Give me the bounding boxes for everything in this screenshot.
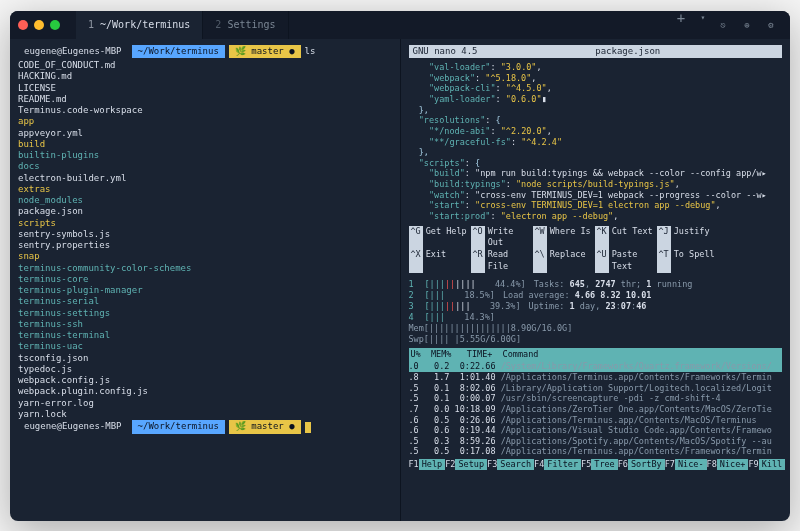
- window-actions: ⎋ ⊕ ⚙: [716, 18, 782, 32]
- nano-shortcut: ^RRead File: [471, 249, 533, 273]
- fkey: F3Search: [487, 459, 534, 470]
- nano-shortcut: ^GGet Help: [409, 226, 471, 250]
- serial-icon[interactable]: ⎋: [716, 18, 730, 32]
- process-row: .5 0.1 8:02.06 /Library/Application Supp…: [409, 383, 783, 394]
- nano-shortcut: ^JJustify: [657, 226, 719, 250]
- zoom-icon[interactable]: [50, 20, 60, 30]
- file-entry: builtin-plugins: [18, 150, 392, 161]
- file-entry: terminus-core: [18, 274, 392, 285]
- tab-index: 1: [88, 19, 94, 30]
- chevron-down-icon[interactable]: ▾: [696, 11, 710, 25]
- tab-label: ~/Work/terminus: [100, 19, 190, 30]
- htop-fkeys: F1HelpF2SetupF3SearchF4FilterF5TreeF6Sor…: [409, 459, 783, 470]
- file-entry: yarn.lock: [18, 409, 392, 420]
- cpu-row: 1[||||||||| 44.4%] Tasks: 645, 2747 thr;…: [409, 279, 783, 290]
- swp-bar: Swp[|||| |5.55G/6.00G]: [409, 334, 522, 344]
- prompt-path: ~/Work/terminus: [132, 45, 225, 59]
- nano-shortcut: ^\Replace: [533, 249, 595, 273]
- fkey: F7Nice-: [665, 459, 707, 470]
- minimize-icon[interactable]: [34, 20, 44, 30]
- file-entry: HACKING.md: [18, 71, 392, 82]
- file-entry: terminus-serial: [18, 296, 392, 307]
- fkey: F8Nice+: [707, 459, 749, 470]
- globe-icon[interactable]: ⊕: [740, 18, 754, 32]
- file-entry: terminus-plugin-manager: [18, 285, 392, 296]
- cpu-row: 4[||| 14.3%]: [409, 312, 783, 323]
- file-entry: electron-builder.yml: [18, 173, 392, 184]
- prompt-path: ~/Work/terminus: [132, 420, 225, 434]
- cursor: [305, 422, 311, 433]
- file-entry: snap: [18, 251, 392, 262]
- process-row: .5 0.3 8:59.26 /Applications/Spotify.app…: [409, 436, 783, 447]
- file-entry: scripts: [18, 218, 392, 229]
- nano-shortcut: ^OWrite Out: [471, 226, 533, 250]
- titlebar: 1 ~/Work/terminus 2 Settings + ▾ ⎋ ⊕ ⚙: [10, 11, 790, 39]
- split-panes: eugene@Eugenes-MBP ~/Work/terminus 🌿 mas…: [10, 39, 790, 521]
- file-entry: sentry-symbols.js: [18, 229, 392, 240]
- file-entry: app: [18, 116, 392, 127]
- fkey: F2Setup: [445, 459, 487, 470]
- file-entry: terminus-terminal: [18, 330, 392, 341]
- tab-1[interactable]: 1 ~/Work/terminus: [76, 11, 203, 39]
- file-entry: yarn-error.log: [18, 398, 392, 409]
- nano-shortcut: ^XExit: [409, 249, 471, 273]
- cpu-row: 3[|||||||| 39.3%] Uptime: 1 day, 23:07:4…: [409, 301, 783, 312]
- process-row: .6 0.6 0:19.44 /Applications/Visual Stud…: [409, 425, 783, 436]
- file-entry: sentry.properties: [18, 240, 392, 251]
- traffic-lights: [18, 20, 60, 30]
- file-entry: terminus-ssh: [18, 319, 392, 330]
- process-row: .7 0.0 10:18.09 /Applications/ZeroTier O…: [409, 404, 783, 415]
- new-tab-button[interactable]: +: [674, 11, 688, 25]
- file-entry: package.json: [18, 206, 392, 217]
- process-header: U% MEM% TIME+ Command: [409, 348, 783, 361]
- file-entry: LICENSE: [18, 83, 392, 94]
- tab-2[interactable]: 2 Settings: [203, 11, 288, 39]
- right-pane[interactable]: GNU nano 4.5 package.json "val-loader": …: [401, 39, 791, 521]
- nano-header: GNU nano 4.5 package.json: [409, 45, 783, 59]
- close-icon[interactable]: [18, 20, 28, 30]
- fkey: F9Kill: [748, 459, 785, 470]
- command: ls: [305, 46, 316, 58]
- fkey: F6SortBy: [618, 459, 665, 470]
- prompt-branch: 🌿 master ●: [229, 45, 301, 59]
- nano-file: package.json: [595, 46, 660, 58]
- prompt-line: eugene@Eugenes-MBP ~/Work/terminus 🌿 mas…: [18, 45, 392, 59]
- process-list: .0 0.2 0:22.66 /System/Library/Framework…: [409, 361, 783, 457]
- file-entry: node_modules: [18, 195, 392, 206]
- nano-shortcut: ^KCut Text: [595, 226, 657, 250]
- nano-content: "val-loader": "3.0.0", "webpack": "^5.18…: [409, 62, 783, 221]
- nano-shortcut: ^TTo Spell: [657, 249, 719, 273]
- process-row: .6 0.5 0:26.06 /Applications/Terminus.ap…: [409, 415, 783, 426]
- file-entry: tsconfig.json: [18, 353, 392, 364]
- cpu-row: 2[||| 18.5%] Load average: 4.66 8.32 10.…: [409, 290, 783, 301]
- left-pane[interactable]: eugene@Eugenes-MBP ~/Work/terminus 🌿 mas…: [10, 39, 401, 521]
- file-entry: extras: [18, 184, 392, 195]
- nano-shortcut: ^UPaste Text: [595, 249, 657, 273]
- tab-bar: 1 ~/Work/terminus 2 Settings + ▾: [76, 11, 710, 39]
- process-row: .5 0.1 0:00.07 /usr/sbin/screencapture -…: [409, 393, 783, 404]
- fkey: F1Help: [409, 459, 446, 470]
- tab-index: 2: [215, 19, 221, 30]
- file-entry: webpack.plugin.config.js: [18, 386, 392, 397]
- prompt-user: eugene@Eugenes-MBP: [18, 45, 128, 59]
- file-entry: terminus-community-color-schemes: [18, 263, 392, 274]
- nano-shortcut: [719, 226, 781, 250]
- prompt-line-2: eugene@Eugenes-MBP ~/Work/terminus 🌿 mas…: [18, 420, 392, 434]
- nano-shortcuts: ^GGet Help^OWrite Out^WWhere Is^KCut Tex…: [409, 226, 783, 274]
- file-entry: build: [18, 139, 392, 150]
- process-row: .8 1.7 1:01.40 /Applications/Terminus.ap…: [409, 372, 783, 383]
- ls-output: CODE_OF_CONDUCT.mdHACKING.mdLICENSEREADM…: [18, 60, 392, 420]
- nano-shortcut: ^WWhere Is: [533, 226, 595, 250]
- tab-label: Settings: [227, 19, 275, 30]
- file-entry: README.md: [18, 94, 392, 105]
- fkey: F4Filter: [534, 459, 581, 470]
- file-entry: docs: [18, 161, 392, 172]
- file-entry: terminus-uac: [18, 341, 392, 352]
- file-entry: Terminus.code-workspace: [18, 105, 392, 116]
- gear-icon[interactable]: ⚙: [764, 18, 778, 32]
- file-entry: terminus-settings: [18, 308, 392, 319]
- process-row: .5 0.5 0:17.08 /Applications/Terminus.ap…: [409, 446, 783, 457]
- prompt-branch: 🌿 master ●: [229, 420, 301, 434]
- prompt-user: eugene@Eugenes-MBP: [18, 420, 128, 434]
- file-entry: CODE_OF_CONDUCT.md: [18, 60, 392, 71]
